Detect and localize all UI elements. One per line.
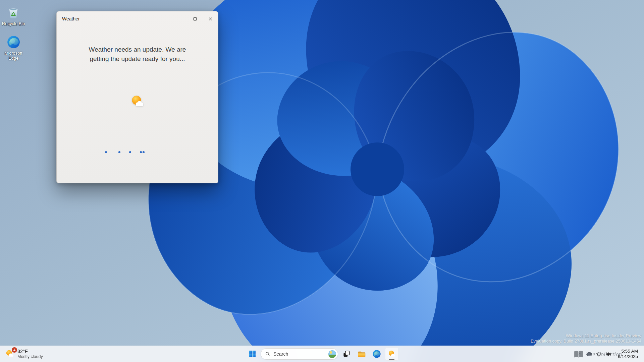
minimize-button[interactable] bbox=[172, 11, 187, 26]
widget-condition: Mostly cloudy bbox=[17, 354, 43, 359]
weather-app-button[interactable] bbox=[385, 347, 398, 361]
file-explorer-button[interactable] bbox=[355, 347, 368, 361]
update-message-line1: Weather needs an update. We are bbox=[89, 46, 186, 53]
update-message: Weather needs an update. We are getting … bbox=[57, 45, 218, 63]
system-tray: 5:55 AM 6/14/2025 bbox=[576, 346, 644, 362]
progress-dot bbox=[105, 151, 107, 153]
close-button[interactable] bbox=[203, 11, 218, 26]
desktop-icon-microsoft-edge[interactable]: Microsoft Edge bbox=[0, 34, 28, 61]
desktop: Recycle Bin Microsoft Edge Weather Weath bbox=[0, 0, 644, 362]
progress-dot bbox=[118, 151, 120, 153]
recycle-bin-icon bbox=[6, 5, 21, 20]
edge-icon bbox=[6, 34, 21, 50]
clock-date: 6/14/2025 bbox=[618, 354, 638, 360]
window-titlebar[interactable]: Weather bbox=[57, 11, 218, 26]
weather-app-logo-icon bbox=[129, 94, 146, 110]
start-button[interactable] bbox=[246, 347, 259, 361]
volume-icon[interactable] bbox=[604, 347, 613, 361]
widget-temperature: 82°F bbox=[17, 349, 28, 354]
search-icon bbox=[265, 351, 270, 357]
caption-buttons bbox=[172, 11, 218, 26]
maximize-button[interactable] bbox=[187, 11, 203, 26]
clock-time: 5:55 AM bbox=[618, 349, 638, 354]
taskbar-center: Search bbox=[246, 347, 398, 361]
clock[interactable]: 5:55 AM 6/14/2025 bbox=[616, 348, 639, 360]
desktop-icon-recycle-bin[interactable]: Recycle Bin bbox=[0, 5, 28, 26]
progress-dot bbox=[140, 151, 142, 153]
widget-weather-icon: 4 bbox=[5, 349, 15, 359]
network-icon[interactable] bbox=[594, 347, 604, 361]
search-highlights-icon[interactable] bbox=[328, 350, 336, 358]
edge-button[interactable] bbox=[370, 347, 383, 361]
hidden-icons-chevron[interactable] bbox=[576, 347, 584, 361]
notification-badge: 4 bbox=[12, 347, 17, 353]
search-box[interactable]: Search bbox=[261, 348, 338, 360]
window-title: Weather bbox=[62, 16, 80, 21]
task-view-button[interactable] bbox=[340, 347, 353, 361]
onedrive-icon[interactable] bbox=[584, 347, 594, 361]
desktop-icon-label: Microsoft Edge bbox=[0, 51, 26, 61]
widget-text: 82°F Mostly cloudy bbox=[17, 349, 43, 359]
taskbar: 4 82°F Mostly cloudy Search bbox=[0, 346, 644, 362]
weather-app-window: Weather Weather needs an update. We are … bbox=[56, 11, 218, 183]
progress-dot bbox=[143, 151, 145, 153]
update-message-line2: getting the update ready for you... bbox=[90, 55, 185, 62]
desktop-icon-label: Recycle Bin bbox=[2, 21, 25, 26]
loading-progress-dots bbox=[105, 151, 146, 154]
weather-widget[interactable]: 4 82°F Mostly cloudy bbox=[1, 347, 46, 361]
progress-dot bbox=[129, 151, 131, 153]
search-placeholder: Search bbox=[273, 351, 325, 357]
